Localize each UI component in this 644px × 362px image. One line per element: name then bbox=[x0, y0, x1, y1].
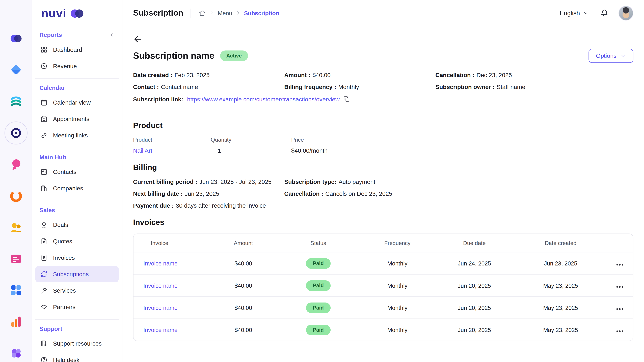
invoice-date-created: May 23, 2025 bbox=[513, 304, 608, 311]
chevron-left-icon[interactable] bbox=[109, 32, 114, 38]
product-table: Product Quantity Price Nail Art 1 $40.00… bbox=[133, 137, 633, 154]
sidebar-item-companies[interactable]: Companies bbox=[36, 180, 119, 197]
row-menu-button[interactable] bbox=[616, 330, 623, 332]
invoice-amount: $40.00 bbox=[210, 327, 277, 333]
sidebar-item-dashboard[interactable]: Dashboard bbox=[36, 41, 119, 58]
col-header-frequency: Frequency bbox=[360, 240, 435, 246]
cluster-app-icon[interactable] bbox=[7, 344, 25, 362]
invoice-date-created: May 23, 2025 bbox=[513, 327, 608, 333]
sidebar-section-support: Support Support resources Help desk bbox=[36, 319, 119, 362]
sidebar-item-label: Services bbox=[53, 287, 76, 294]
col-header-amount: Amount bbox=[210, 240, 277, 246]
sidebar-item-help-desk[interactable]: Help desk bbox=[36, 352, 119, 362]
current-billing-period-field: Current billing period :Jun 23, 2025 - J… bbox=[133, 178, 284, 185]
product-quantity: 1 bbox=[211, 147, 291, 154]
main-area: Subscription Menu Subscription English bbox=[122, 0, 644, 362]
section-label-support: Support bbox=[40, 326, 62, 332]
bars-app-icon[interactable] bbox=[7, 313, 25, 331]
app-rail bbox=[0, 0, 32, 362]
sidebar-item-deals[interactable]: Deals bbox=[36, 217, 119, 233]
grid-app-icon[interactable] bbox=[7, 281, 25, 299]
section-label-sales: Sales bbox=[40, 207, 55, 213]
invoice-link[interactable]: Invoice name bbox=[144, 282, 178, 289]
invoice-row: Invoice name $40.00 Paid Monthly Jun 24,… bbox=[134, 252, 633, 274]
sidebar-item-support-resources[interactable]: Support resources bbox=[36, 335, 119, 352]
row-menu-button[interactable] bbox=[616, 286, 623, 288]
section-label-calendar: Calendar bbox=[40, 84, 65, 91]
sidebar-item-label: Dashboard bbox=[53, 46, 82, 53]
subscription-detail-content: Subscription name Active Options Date cr… bbox=[122, 26, 644, 362]
sidebar-item-calendar-view[interactable]: Calendar view bbox=[36, 94, 119, 111]
invoice-date-created: May 23, 2025 bbox=[513, 282, 608, 289]
diamond-app-icon[interactable] bbox=[7, 61, 25, 79]
arc-app-icon[interactable] bbox=[7, 187, 25, 205]
invoice-due-date: Jun 20, 2025 bbox=[435, 282, 513, 289]
section-label-main-hub: Main Hub bbox=[40, 154, 66, 160]
home-icon[interactable] bbox=[198, 9, 206, 16]
sidebar-item-meeting-links[interactable]: Meeting links bbox=[36, 127, 119, 144]
sidebar-item-subscriptions[interactable]: Subscriptions bbox=[36, 266, 119, 282]
chevron-down-icon bbox=[583, 10, 588, 16]
sidebar: nuvi Reports Dashboard Revenue bbox=[32, 0, 122, 362]
billing-details: Current billing period :Jun 23, 2025 - J… bbox=[133, 178, 633, 209]
companies-icon bbox=[40, 185, 48, 192]
invoice-link[interactable]: Invoice name bbox=[144, 260, 178, 267]
sidebar-item-invoices[interactable]: Invoices bbox=[36, 250, 119, 266]
language-label: English bbox=[560, 9, 580, 16]
breadcrumb-current: Subscription bbox=[244, 10, 279, 16]
target-app-icon[interactable] bbox=[8, 125, 24, 141]
notifications-bell-icon[interactable] bbox=[600, 8, 608, 17]
sidebar-item-appointments[interactable]: Appointments bbox=[36, 111, 119, 127]
user-avatar[interactable] bbox=[618, 5, 633, 20]
language-selector[interactable]: English bbox=[560, 9, 588, 16]
brand-logo-text: nuvi bbox=[41, 6, 66, 20]
invoice-due-date: Jun 24, 2025 bbox=[435, 260, 513, 267]
invoice-frequency: Monthly bbox=[360, 282, 435, 289]
card-app-icon[interactable] bbox=[7, 250, 25, 268]
dashboard-icon bbox=[40, 46, 48, 53]
waves-app-icon[interactable] bbox=[7, 92, 25, 110]
invoice-row: Invoice name $40.00 Paid Monthly Jun 20,… bbox=[134, 274, 633, 296]
invoice-link[interactable]: Invoice name bbox=[144, 304, 178, 311]
col-header-date-created: Date created bbox=[513, 240, 608, 246]
payment-due-field: Payment due :30 days after receiving the… bbox=[133, 202, 284, 209]
subscription-type-field: Subscription type:Auto payment bbox=[284, 178, 634, 185]
chevron-right-icon bbox=[236, 10, 241, 15]
back-button[interactable] bbox=[133, 34, 142, 44]
billing-cancellation-field: Cancellation :Cancels on Dec 23, 2025 bbox=[284, 190, 634, 197]
top-bar: Subscription Menu Subscription English bbox=[122, 0, 644, 26]
target-app-ring bbox=[4, 122, 27, 144]
sidebar-item-label: Help desk bbox=[53, 357, 80, 362]
sidebar-item-partners[interactable]: Partners bbox=[36, 299, 119, 315]
subscription-link[interactable]: https://www.example.com/customer/transac… bbox=[187, 96, 340, 102]
sidebar-item-quotes[interactable]: Quotes bbox=[36, 233, 119, 250]
col-header-status: Status bbox=[277, 240, 360, 246]
invoices-table-header: Invoice Amount Status Frequency Due date… bbox=[134, 234, 633, 252]
title-row: Subscription name Active Options bbox=[133, 49, 633, 63]
sidebar-item-label: Quotes bbox=[53, 238, 72, 245]
sidebar-item-label: Companies bbox=[53, 185, 83, 192]
sidebar-section-main-hub: Main Hub Contacts Companies bbox=[36, 148, 119, 197]
people-app-icon[interactable] bbox=[7, 219, 25, 237]
product-link[interactable]: Nail Art bbox=[133, 147, 152, 154]
invoice-due-date: Jun 20, 2025 bbox=[435, 327, 513, 333]
invoices-table: Invoice Amount Status Frequency Due date… bbox=[133, 233, 633, 341]
sidebar-item-revenue[interactable]: Revenue bbox=[36, 58, 119, 74]
sidebar-item-services[interactable]: Services bbox=[36, 282, 119, 299]
revenue-icon bbox=[40, 62, 48, 70]
copy-icon[interactable] bbox=[343, 96, 350, 103]
row-menu-button[interactable] bbox=[616, 264, 623, 266]
deals-icon bbox=[40, 221, 48, 229]
pin-app-icon[interactable] bbox=[7, 156, 25, 174]
invoice-row: Invoice name $40.00 Paid Monthly Jun 20,… bbox=[134, 296, 633, 319]
sidebar-item-label: Subscriptions bbox=[53, 271, 89, 277]
subscription-owner-field: Subscription owner :Staff name bbox=[435, 84, 633, 90]
breadcrumb-menu[interactable]: Menu bbox=[218, 10, 232, 16]
invoice-link[interactable]: Invoice name bbox=[144, 327, 178, 333]
help-desk-icon bbox=[40, 356, 48, 362]
sidebar-nav: Reports Dashboard Revenue Calendar bbox=[32, 23, 122, 362]
row-menu-button[interactable] bbox=[616, 308, 623, 310]
nuvi-blob-app-icon[interactable] bbox=[7, 29, 25, 47]
options-button[interactable]: Options bbox=[588, 49, 633, 63]
sidebar-item-contacts[interactable]: Contacts bbox=[36, 164, 119, 180]
